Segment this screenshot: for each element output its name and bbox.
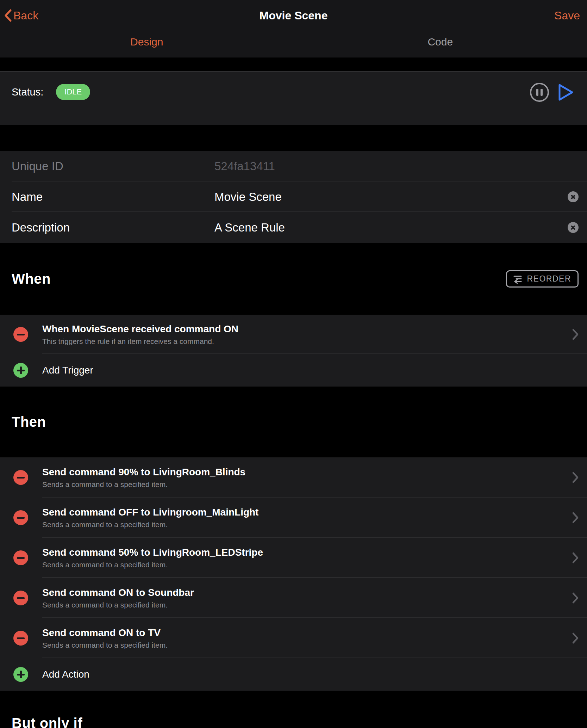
remove-action-button[interactable] [13,470,28,485]
but-only-if-heading: But only if [12,715,82,728]
when-section-header: When REORDER [0,243,587,315]
reorder-label: REORDER [527,274,571,284]
back-button[interactable]: Back [4,9,38,22]
status-section: Status: IDLE [0,71,587,125]
triggers-list: When MovieScene received command ON This… [0,315,587,387]
form-row: Unique ID 524fa13411 [0,151,587,181]
tab-design[interactable]: Design [0,30,294,54]
actions-list: Send command 90% to LivingRoom_Blinds Se… [0,457,587,691]
action-title: Send command OFF to Livingroom_MainLight [42,507,258,518]
reorder-button[interactable]: REORDER [506,270,579,288]
remove-trigger-button[interactable] [13,327,28,342]
form-row-value-field[interactable]: 524fa13411 [214,160,275,173]
remove-action-button[interactable] [13,510,28,525]
action-subtitle: Sends a command to a specified item. [42,641,168,649]
when-heading: When [12,271,51,287]
status-label: Status: [12,86,43,98]
chevron-right-icon [572,632,579,644]
chevron-right-icon [572,592,579,604]
add-action-label: Add Action [42,669,89,680]
form-row-label: Description [12,221,214,234]
navigation-bar: Back Movie Scene Save Design Code [0,0,587,57]
form-row-label: Unique ID [12,160,214,173]
chevron-right-icon [572,551,579,564]
pause-icon [536,89,538,96]
back-chevron-icon [4,9,12,22]
chevron-right-icon [572,328,579,341]
status-badge: IDLE [56,84,90,100]
form-row-value-field[interactable]: A Scene Rule [214,221,285,234]
add-trigger-label: Add Trigger [42,365,93,376]
trigger-row[interactable]: When MovieScene received command ON This… [0,315,587,354]
clear-field-button[interactable] [568,191,579,202]
action-title: Send command 90% to LivingRoom_Blinds [42,467,245,478]
play-icon [557,83,574,102]
add-trigger-button[interactable]: Add Trigger [0,354,587,387]
action-subtitle: Sends a command to a specified item. [42,480,245,489]
action-subtitle: Sends a command to a specified item. [42,520,258,529]
rule-run-controls [530,82,574,102]
action-row[interactable]: Send command OFF to Livingroom_MainLight… [0,498,587,538]
action-row[interactable]: Send command 90% to LivingRoom_Blinds Se… [0,457,587,498]
action-subtitle: Sends a command to a specified item. [42,561,263,569]
page-title: Movie Scene [0,9,587,22]
plus-icon [13,667,28,682]
back-label: Back [13,9,38,22]
action-row[interactable]: Send command 50% to LivingRoom_LEDStripe… [0,538,587,578]
reorder-icon [512,274,523,284]
action-title: Send command ON to TV [42,627,168,638]
add-action-button[interactable]: Add Action [0,658,587,691]
action-row[interactable]: Send command ON to TV Sends a command to… [0,618,587,658]
action-row[interactable]: Send command ON to Soundbar Sends a comm… [0,578,587,618]
remove-action-button[interactable] [13,550,28,565]
trigger-subtitle: This triggers the rule if an item receiv… [42,337,238,346]
action-title: Send command ON to Soundbar [42,587,194,598]
rule-editor-screen: Back Movie Scene Save Design Code Status… [0,0,587,728]
form-row-label: Name [12,190,214,204]
trigger-title: When MovieScene received command ON [42,323,238,335]
remove-action-button[interactable] [13,591,28,605]
tab-bar: Design Code [0,30,587,54]
chevron-right-icon [572,511,579,524]
run-rule-button[interactable] [557,83,574,102]
form-row-value-field[interactable]: Movie Scene [214,190,282,204]
form-row: Description A Scene Rule [0,212,587,243]
rule-details-form: Unique ID 524fa13411 Name Movie Scene De… [0,151,587,243]
pause-rule-button[interactable] [530,83,549,102]
action-subtitle: Sends a command to a specified item. [42,601,194,609]
clear-field-button[interactable] [568,222,579,233]
but-only-if-section-header: But only if [0,692,587,728]
form-row: Name Movie Scene [0,181,587,212]
tab-code[interactable]: Code [294,30,587,54]
then-section-header: Then [0,387,587,457]
save-button[interactable]: Save [554,9,580,22]
nav-row: Back Movie Scene Save [0,0,587,27]
chevron-right-icon [572,471,579,484]
then-heading: Then [12,414,46,430]
plus-icon [13,363,28,378]
remove-action-button[interactable] [13,631,28,646]
status-row: Status: IDLE [12,82,90,101]
action-title: Send command 50% to LivingRoom_LEDStripe [42,547,263,558]
